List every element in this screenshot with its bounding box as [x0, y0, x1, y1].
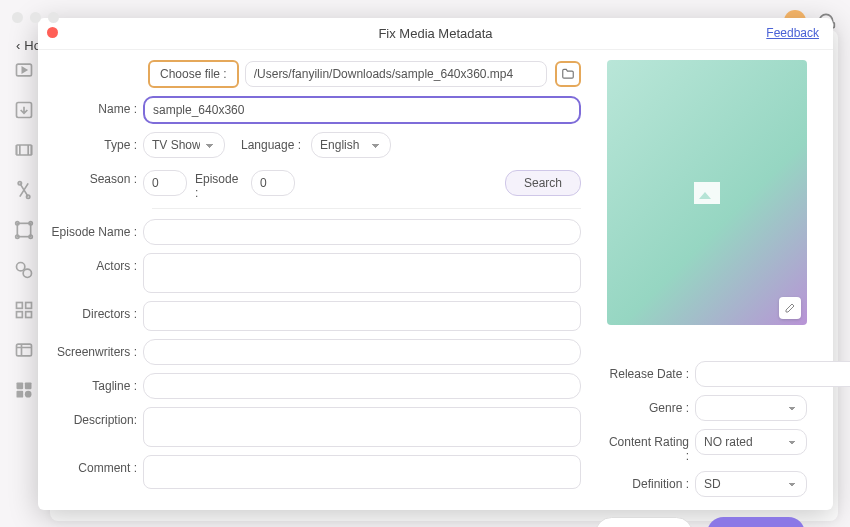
- episode-name-input[interactable]: [143, 219, 581, 245]
- folder-icon: [561, 67, 575, 81]
- directors-input[interactable]: [143, 301, 581, 331]
- description-label: Description:: [48, 407, 143, 427]
- release-date-input[interactable]: [695, 361, 850, 387]
- comment-input[interactable]: [143, 455, 581, 489]
- modal-footer: Cancel Save: [38, 505, 833, 527]
- release-date-label: Release Date :: [607, 361, 695, 381]
- type-row: Type : TV Shows Language : English: [48, 132, 581, 158]
- comment-row: Comment :: [48, 455, 581, 489]
- definition-label: Definition :: [607, 471, 695, 491]
- content-rating-label: Content Rating :: [607, 429, 695, 463]
- cancel-button[interactable]: Cancel: [595, 517, 693, 527]
- choose-file-button[interactable]: Choose file :: [148, 60, 239, 88]
- language-select[interactable]: English: [311, 132, 391, 158]
- image-placeholder-icon: [694, 182, 720, 204]
- directors-label: Directors :: [48, 301, 143, 321]
- modal-right-column: Release Date : Genre : Content Rating : …: [607, 60, 807, 505]
- episode-label: Episode :: [195, 166, 243, 200]
- name-label: Name :: [48, 96, 143, 116]
- search-button[interactable]: Search: [505, 170, 581, 196]
- modal-title: Fix Media Metadata: [38, 18, 833, 50]
- content-rating-row: Content Rating : NO rated: [607, 429, 807, 463]
- tagline-label: Tagline :: [48, 373, 143, 393]
- screenwriters-row: Screenwriters :: [48, 339, 581, 365]
- file-path-input[interactable]: [245, 61, 547, 87]
- season-row: Season : Episode : Search: [48, 166, 581, 200]
- modal-backdrop: Fix Media Metadata Feedback Choose file …: [0, 0, 850, 527]
- window-controls: [12, 12, 59, 23]
- traffic-light-min[interactable]: [30, 12, 41, 23]
- edit-icon: [784, 302, 796, 314]
- description-row: Description:: [48, 407, 581, 447]
- open-folder-button[interactable]: [555, 61, 581, 87]
- genre-label: Genre :: [607, 395, 695, 415]
- content-rating-select[interactable]: NO rated: [695, 429, 807, 455]
- tagline-row: Tagline :: [48, 373, 581, 399]
- release-date-row: Release Date :: [607, 361, 807, 387]
- type-label: Type :: [48, 132, 143, 152]
- file-row: Choose file :: [48, 60, 581, 88]
- episode-name-label: Episode Name :: [48, 219, 143, 239]
- definition-select[interactable]: SD: [695, 471, 807, 497]
- poster-preview: [607, 60, 807, 325]
- tagline-input[interactable]: [143, 373, 581, 399]
- name-row: Name :: [48, 96, 581, 124]
- save-button[interactable]: Save: [707, 517, 805, 527]
- screenwriters-input[interactable]: [143, 339, 581, 365]
- language-label: Language :: [233, 138, 303, 152]
- genre-row: Genre :: [607, 395, 807, 421]
- actors-label: Actors :: [48, 253, 143, 273]
- metadata-modal: Fix Media Metadata Feedback Choose file …: [38, 18, 833, 510]
- divider: [152, 208, 581, 209]
- season-input[interactable]: [143, 170, 187, 196]
- traffic-light-close[interactable]: [12, 12, 23, 23]
- screenwriters-label: Screenwriters :: [48, 339, 143, 359]
- feedback-link[interactable]: Feedback: [766, 26, 819, 40]
- definition-row: Definition : SD: [607, 471, 807, 497]
- type-select[interactable]: TV Shows: [143, 132, 225, 158]
- directors-row: Directors :: [48, 301, 581, 331]
- episode-input[interactable]: [251, 170, 295, 196]
- comment-label: Comment :: [48, 455, 143, 475]
- traffic-light-max[interactable]: [48, 12, 59, 23]
- season-label: Season :: [48, 166, 143, 186]
- actors-row: Actors :: [48, 253, 581, 293]
- poster-edit-button[interactable]: [779, 297, 801, 319]
- name-input[interactable]: [143, 96, 581, 124]
- episode-name-row: Episode Name :: [48, 219, 581, 245]
- modal-left-column: Choose file : Name : Type : TV Shows Lan…: [48, 60, 581, 505]
- modal-close-button[interactable]: [47, 27, 58, 38]
- genre-select[interactable]: [695, 395, 807, 421]
- actors-input[interactable]: [143, 253, 581, 293]
- description-input[interactable]: [143, 407, 581, 447]
